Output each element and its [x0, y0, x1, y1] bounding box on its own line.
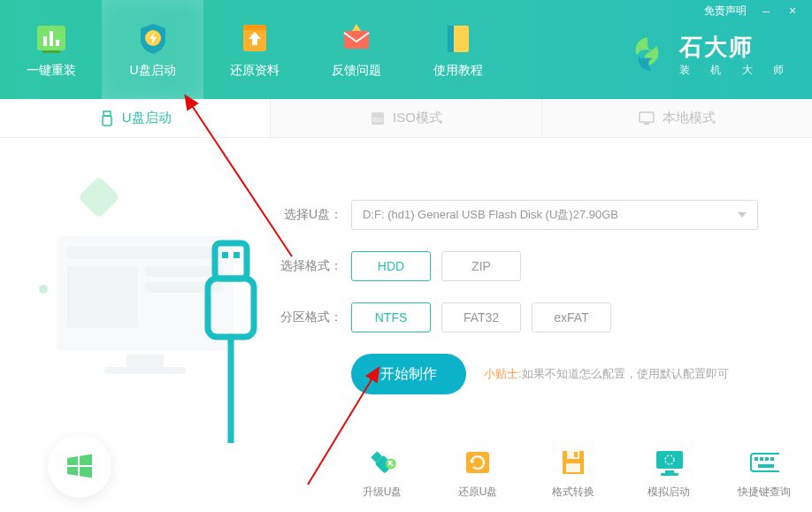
bar-chart-icon: [34, 20, 69, 56]
usb-restore-icon: [463, 447, 493, 478]
upload-box-icon: [237, 20, 272, 56]
disclaimer-link[interactable]: 免责声明: [704, 4, 747, 19]
svg-rect-10: [448, 26, 454, 52]
svg-rect-4: [42, 50, 60, 53]
windows-icon: [64, 450, 96, 482]
svg-rect-46: [758, 464, 774, 468]
nav-restore[interactable]: 还原资料: [203, 0, 305, 99]
subtab-label: ISO模式: [393, 110, 442, 126]
svg-rect-42: [755, 457, 758, 461]
window-controls: 免责声明 – ×: [704, 0, 812, 21]
svg-rect-41: [751, 454, 779, 471]
nav-label: 一键重装: [27, 63, 76, 79]
subtab-usb[interactable]: U盘启动: [0, 99, 271, 137]
svg-rect-1: [43, 36, 47, 46]
nav-tutorial[interactable]: 使用教程: [407, 0, 509, 99]
svg-rect-2: [50, 31, 53, 46]
minimize-button[interactable]: –: [759, 4, 773, 18]
svg-rect-23: [104, 367, 186, 374]
nav-feedback[interactable]: 反馈问题: [305, 0, 407, 99]
tip-line: 小贴士: 如果不知道怎么配置，使用默认配置即可: [484, 366, 729, 382]
tip-label: 小贴士:: [484, 366, 522, 382]
subtab-local[interactable]: 本地模式: [542, 99, 812, 137]
illustration: [0, 138, 276, 512]
svg-rect-36: [574, 452, 578, 457]
tip-text: 如果不知道怎么配置，使用默认配置即可: [522, 366, 729, 382]
tool-label: 还原U盘: [458, 485, 498, 500]
svg-rect-15: [640, 112, 654, 122]
svg-rect-19: [67, 266, 138, 328]
svg-rect-22: [126, 355, 164, 367]
svg-rect-32: [466, 452, 489, 473]
brand-title: 石大师: [679, 32, 793, 63]
keyboard-icon: [749, 447, 779, 478]
close-button[interactable]: ×: [785, 4, 800, 18]
main-nav: 一键重装 U盘启动 还原资料 反馈问题: [0, 0, 509, 99]
tool-hotkey-query[interactable]: 快捷键查询: [734, 447, 794, 500]
svg-rect-7: [243, 25, 266, 30]
svg-rect-12: [103, 116, 111, 126]
deco-diamond: [78, 176, 120, 218]
svg-rect-25: [222, 252, 228, 258]
tool-upgrade-usb[interactable]: 升级U盘: [352, 447, 412, 500]
usb-small-icon: [99, 111, 115, 126]
tool-simulate-boot[interactable]: 模拟启动: [639, 447, 699, 500]
svg-rect-44: [765, 457, 769, 461]
chevron-down-icon: [738, 212, 747, 218]
partition-option-exfat[interactable]: exFAT: [532, 302, 611, 332]
svg-rect-35: [566, 463, 580, 472]
subtab-label: U盘启动: [122, 110, 172, 126]
svg-rect-37: [656, 451, 683, 469]
usb-upgrade-icon: [367, 447, 397, 478]
partition-option-fat32[interactable]: FAT32: [441, 302, 521, 332]
brand-logo-icon: [626, 34, 669, 76]
floppy-icon: [558, 447, 588, 478]
partition-option-ntfs[interactable]: NTFS: [351, 302, 431, 332]
brand: 石大师 装 机 大 师: [626, 32, 793, 78]
usb-select[interactable]: D:F: (hd1) General USB Flash Disk (U盘)27…: [351, 200, 758, 230]
shield-flash-icon: [135, 20, 171, 56]
nav-reinstall[interactable]: 一键重装: [0, 0, 102, 99]
subtab-iso[interactable]: ISO ISO模式: [271, 99, 541, 137]
deco-dot: [39, 285, 48, 294]
windows-badge: [48, 434, 111, 498]
monitor-icon: [638, 111, 655, 126]
subtab-label: 本地模式: [663, 110, 716, 126]
nav-usb-boot[interactable]: U盘启动: [102, 0, 203, 99]
format-option-zip[interactable]: ZIP: [441, 251, 521, 281]
app-header: 免责声明 – × 一键重装 U盘启动: [0, 0, 812, 99]
svg-rect-43: [760, 457, 763, 461]
bottom-toolbar: 升级U盘 还原U盘 格式转换 模拟启动 快捷键查询: [352, 447, 794, 500]
nav-label: U盘启动: [129, 63, 175, 79]
iso-icon: ISO: [370, 111, 386, 126]
start-button[interactable]: 开始制作: [351, 354, 466, 394]
usb-plug-icon: [199, 240, 263, 443]
usb-select-label: 选择U盘：: [276, 207, 342, 223]
nav-label: 反馈问题: [332, 63, 381, 79]
tool-label: 升级U盘: [363, 485, 402, 500]
svg-rect-3: [56, 40, 59, 46]
svg-text:ISO: ISO: [372, 117, 384, 123]
simulate-icon: [654, 447, 684, 478]
svg-rect-26: [234, 252, 240, 258]
tool-label: 快捷键查询: [738, 485, 791, 500]
tool-format-convert[interactable]: 格式转换: [543, 447, 603, 500]
format-label: 选择格式：: [276, 258, 342, 274]
sub-tabs: U盘启动 ISO ISO模式 本地模式: [0, 99, 812, 138]
svg-rect-45: [770, 457, 774, 461]
nav-label: 还原资料: [230, 63, 280, 79]
book-icon: [440, 20, 476, 56]
usb-select-value: D:F: (hd1) General USB Flash Disk (U盘)27…: [363, 207, 618, 223]
tool-label: 模拟启动: [647, 485, 690, 500]
tool-restore-usb[interactable]: 还原U盘: [448, 447, 508, 500]
svg-rect-27: [208, 279, 254, 337]
svg-rect-39: [665, 470, 674, 473]
svg-rect-40: [661, 473, 678, 476]
mail-icon: [339, 20, 374, 56]
nav-label: 使用教程: [433, 63, 483, 79]
tool-label: 格式转换: [552, 485, 594, 500]
format-option-hdd[interactable]: HDD: [351, 251, 431, 281]
svg-rect-16: [644, 123, 649, 125]
svg-rect-8: [344, 31, 369, 49]
partition-label: 分区格式：: [276, 309, 342, 325]
